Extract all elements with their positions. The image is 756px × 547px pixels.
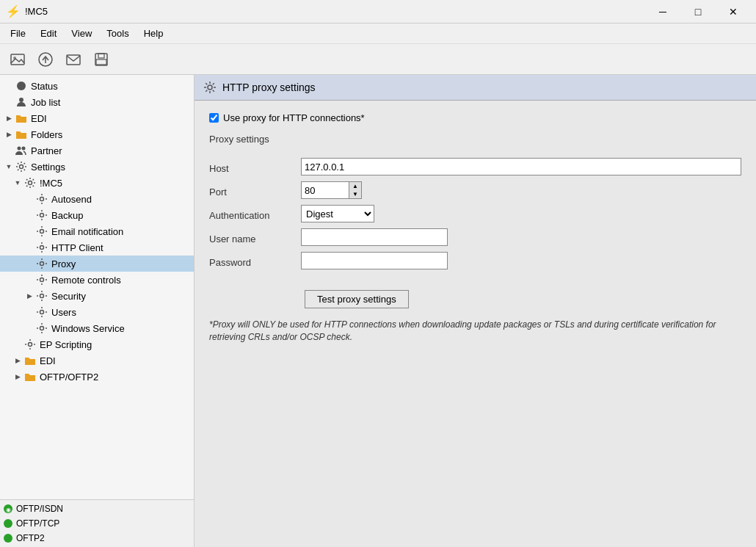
expander-oftp-oftp2: ▶ xyxy=(12,371,23,383)
sidebar-item-autosend[interactable]: Autosend xyxy=(0,191,194,207)
menu-bar: File Edit View Tools Help xyxy=(0,23,756,44)
expander-edi-top: ▶ xyxy=(3,112,15,124)
sidebar-item-ep-scripting[interactable]: EP Scripting xyxy=(0,336,194,352)
sidebar-item-http-client[interactable]: HTTP Client xyxy=(0,239,194,256)
partner-icon xyxy=(15,144,28,157)
password-input[interactable] xyxy=(301,252,448,269)
sidebar-item-email-notification[interactable]: Email notification xyxy=(0,223,194,239)
use-proxy-checkbox[interactable] xyxy=(209,113,219,123)
menu-help[interactable]: Help xyxy=(137,25,171,42)
sidebar-label-security: Security xyxy=(51,291,86,302)
svg-point-16 xyxy=(40,230,44,233)
expander-backup xyxy=(23,209,35,221)
sidebar-item-imc5[interactable]: ▼ !MC5 xyxy=(0,175,194,191)
menu-edit[interactable]: Edit xyxy=(33,25,64,42)
sidebar-item-edi-sub[interactable]: ▶ EDI xyxy=(0,352,194,369)
port-input[interactable] xyxy=(301,181,349,199)
app-title: !MC5 xyxy=(25,6,48,17)
expander-email-notification xyxy=(23,225,35,237)
title-bar-left: ⚡ !MC5 xyxy=(6,4,48,18)
sidebar-item-users[interactable]: Users xyxy=(0,304,194,320)
minimize-button[interactable]: ─ xyxy=(646,1,680,22)
status-icon xyxy=(15,79,28,93)
ep-scripting-icon xyxy=(23,338,37,351)
expander-job-list xyxy=(3,96,15,108)
sidebar-item-partner[interactable]: Partner xyxy=(0,142,194,159)
panel-body: Use proxy for HTTP connections* Proxy se… xyxy=(195,101,756,355)
oftp-oftp2-icon xyxy=(23,370,37,383)
port-container: ▲ ▼ xyxy=(301,181,741,199)
oftp2-icon xyxy=(3,533,13,543)
port-increment-button[interactable]: ▲ xyxy=(349,182,361,190)
toolbar-upload-button[interactable] xyxy=(32,47,59,72)
menu-file[interactable]: File xyxy=(3,25,33,42)
svg-point-19 xyxy=(40,278,44,282)
edi-sub-icon xyxy=(23,354,37,367)
security-icon xyxy=(35,289,48,303)
svg-rect-0 xyxy=(11,54,24,65)
sidebar-item-folders[interactable]: ▶ Folders xyxy=(0,126,194,142)
close-button[interactable]: ✕ xyxy=(716,1,750,22)
maximize-button[interactable]: □ xyxy=(681,1,715,22)
status-item-oftp-isdn[interactable]: ◉ OFTP/ISDN xyxy=(3,501,191,516)
app-icon: ⚡ xyxy=(6,4,21,18)
sidebar-item-windows-service[interactable]: Windows Service xyxy=(0,320,194,336)
save-icon xyxy=(93,51,109,68)
toolbar-save-button[interactable] xyxy=(88,47,115,72)
status-item-oftp-tcp[interactable]: OFTP/TCP xyxy=(3,516,191,531)
toolbar-email-button[interactable] xyxy=(60,47,87,72)
sidebar-label-http-client: HTTP Client xyxy=(51,242,103,253)
sidebar-label-edi-sub: EDI xyxy=(40,355,56,366)
port-decrement-button[interactable]: ▼ xyxy=(349,190,361,198)
settings-icon xyxy=(15,160,28,173)
expander-partner xyxy=(3,145,15,156)
sidebar-item-security[interactable]: ▶ Security xyxy=(0,288,194,304)
sidebar-item-job-list[interactable]: Job list xyxy=(0,94,194,110)
password-row: Password xyxy=(209,252,741,269)
status-item-oftp2[interactable]: OFTP2 xyxy=(3,531,191,546)
svg-rect-7 xyxy=(96,59,106,65)
expander-folders: ▶ xyxy=(3,128,15,140)
sidebar-label-windows-service: Windows Service xyxy=(51,323,125,334)
svg-point-22 xyxy=(40,327,44,330)
sidebar-item-status[interactable]: Status xyxy=(0,78,194,94)
sidebar-label-partner: Partner xyxy=(31,145,62,156)
remote-controls-icon xyxy=(35,273,48,286)
sidebar-item-settings[interactable]: ▼ Settings xyxy=(0,159,194,175)
auth-select[interactable]: None Basic Digest NTLM xyxy=(301,205,374,222)
expander-autosend xyxy=(23,193,35,205)
toolbar xyxy=(0,44,756,75)
toolbar-image-button[interactable] xyxy=(4,47,31,72)
sidebar-item-oftp-oftp2[interactable]: ▶ OFTP/OFTP2 xyxy=(0,369,194,385)
svg-text:◉: ◉ xyxy=(6,507,11,513)
sidebar-item-proxy[interactable]: Proxy xyxy=(0,256,194,272)
svg-point-17 xyxy=(40,246,44,250)
users-icon xyxy=(35,305,48,319)
status-label-oftp2: OFTP2 xyxy=(16,533,45,543)
menu-view[interactable]: View xyxy=(64,25,99,42)
windows-service-icon xyxy=(35,322,48,335)
sidebar-item-remote-controls[interactable]: Remote controls xyxy=(0,272,194,288)
username-input[interactable] xyxy=(301,228,448,246)
host-input[interactable] xyxy=(301,158,741,175)
sidebar-item-backup[interactable]: Backup xyxy=(0,207,194,223)
proxy-form: Host Port ▲ ▼ xyxy=(209,152,741,275)
menu-tools[interactable]: Tools xyxy=(99,25,136,42)
status-label-oftp-tcp: OFTP/TCP xyxy=(16,518,59,529)
expander-http-client xyxy=(23,242,35,253)
use-proxy-label: Use proxy for HTTP connections* xyxy=(223,112,365,123)
test-proxy-button[interactable]: Test proxy settings xyxy=(305,290,409,308)
expander-security: ▶ xyxy=(23,290,35,302)
sidebar-label-ep-scripting: EP Scripting xyxy=(40,339,92,350)
title-bar-controls: ─ □ ✕ xyxy=(646,1,750,22)
host-label: Host xyxy=(209,158,301,175)
sidebar-item-edi-top[interactable]: ▶ EDI xyxy=(0,110,194,126)
expander-imc5: ▼ xyxy=(12,177,23,189)
expander-ep-scripting xyxy=(12,338,23,350)
upload-icon xyxy=(37,51,54,68)
port-spinners: ▲ ▼ xyxy=(349,181,362,199)
test-button-container: Test proxy settings xyxy=(305,283,741,308)
expander-settings: ▼ xyxy=(3,161,15,173)
sidebar-label-imc5: !MC5 xyxy=(40,178,62,189)
proxy-note: *Proxy will ONLY be used for HTTP connec… xyxy=(209,319,741,344)
